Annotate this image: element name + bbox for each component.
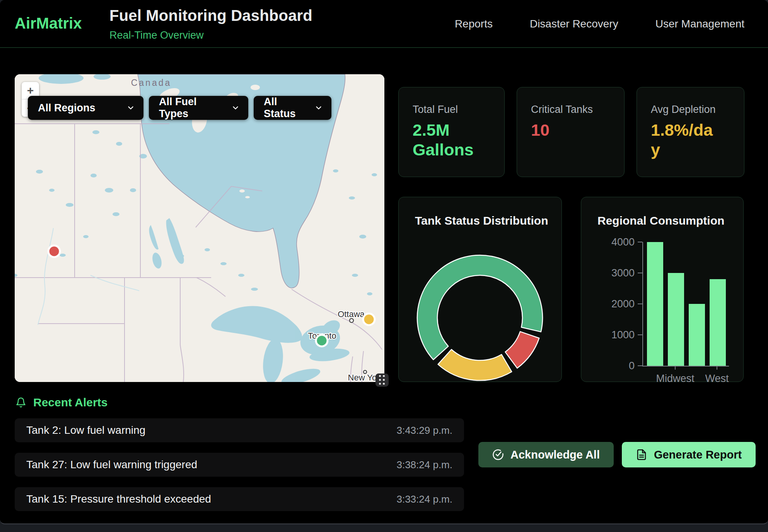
y-axis-tick-label: 0 xyxy=(592,360,635,372)
alert-timestamp: 3:43:29 p.m. xyxy=(396,425,452,437)
acknowledge-all-button[interactable]: Acknowledge All xyxy=(478,442,614,467)
y-axis-tick-label: 1000 xyxy=(592,329,635,341)
tank-status-donut-chart xyxy=(399,197,562,382)
page-subtitle: Real-Time Overview xyxy=(109,29,204,41)
bell-icon xyxy=(15,397,26,408)
generate-report-button[interactable]: Generate Report xyxy=(622,442,756,467)
app-window: AirMatrix Fuel Monitoring Dashboard Real… xyxy=(0,0,768,524)
map-canvas: Canada Ottawa Toronto New York xyxy=(15,74,384,382)
y-axis-tick xyxy=(638,304,642,304)
region-filter-select[interactable]: All Regions xyxy=(28,96,143,120)
alert-message: Tank 2: Low fuel warning xyxy=(26,424,145,437)
nav-disaster-recovery[interactable]: Disaster Recovery xyxy=(530,18,618,30)
status-filter-value: All Status xyxy=(264,96,307,120)
x-axis-tick xyxy=(717,366,717,370)
x-axis-tick-label: West xyxy=(705,373,729,385)
label-canada: Canada xyxy=(131,78,172,88)
donut-segment-critical xyxy=(505,332,539,368)
stat-card-total-fuel: Total Fuel 2.5M Gallons xyxy=(398,87,505,177)
tank-marker-normal[interactable] xyxy=(316,335,328,346)
alert-timestamp: 3:33:24 p.m. xyxy=(396,493,452,505)
x-axis-tick xyxy=(675,366,676,370)
page-title: Fuel Monitoring Dashboard xyxy=(109,7,312,24)
alerts-title: Recent Alerts xyxy=(33,396,108,409)
bar-chart-plot-area xyxy=(642,242,729,367)
y-axis-tick-label: 4000 xyxy=(592,236,635,248)
report-document-icon xyxy=(636,449,647,460)
bar-region-1 xyxy=(647,242,663,366)
y-axis-tick xyxy=(638,273,642,273)
y-axis-tick-label: 3000 xyxy=(592,267,635,279)
header: AirMatrix Fuel Monitoring Dashboard Real… xyxy=(0,0,768,48)
chevron-down-icon xyxy=(231,104,240,112)
stat-label: Total Fuel xyxy=(413,104,504,116)
stat-label: Avg Depletion xyxy=(651,104,744,116)
alert-message: Tank 15: Pressure threshold exceeded xyxy=(26,493,211,505)
brand-logo: AirMatrix xyxy=(15,15,82,32)
regional-consumption-bar-chart: 01000200030004000MidwestWest xyxy=(581,197,744,382)
y-axis-tick-label: 2000 xyxy=(592,298,635,310)
alert-row: Tank 27: Low fuel warning triggered 3:38… xyxy=(15,453,464,477)
tank-marker-critical[interactable] xyxy=(48,246,60,257)
stat-card-critical-tanks: Critical Tanks 10 xyxy=(517,87,625,177)
y-axis-tick xyxy=(638,242,642,242)
map-filters: All Regions All Fuel Types All Status xyxy=(28,96,331,120)
label-ottawa: Ottawa xyxy=(338,309,365,319)
nav-user-management[interactable]: User Management xyxy=(655,18,744,30)
stat-value: 2.5M Gallons xyxy=(413,120,480,159)
bar-Midwest xyxy=(668,273,684,366)
fuel-type-filter-select[interactable]: All Fuel Types xyxy=(149,96,248,120)
regional-consumption-chart-card: Regional Consumption 01000200030004000Mi… xyxy=(581,197,744,382)
alerts-header: Recent Alerts xyxy=(15,396,108,409)
nav-reports[interactable]: Reports xyxy=(455,18,493,30)
alert-row: Tank 2: Low fuel warning 3:43:29 p.m. xyxy=(15,418,464,442)
region-filter-value: All Regions xyxy=(38,102,96,114)
alert-message: Tank 27: Low fuel warning triggered xyxy=(26,459,197,471)
y-axis-tick xyxy=(638,365,642,366)
y-axis-tick xyxy=(638,334,642,335)
fuel-type-filter-value: All Fuel Types xyxy=(159,96,224,120)
generate-report-label: Generate Report xyxy=(654,448,742,461)
main-nav: Reports Disaster Recovery User Managemen… xyxy=(455,0,744,48)
donut-segment-warning xyxy=(438,350,512,380)
stat-value: 10 xyxy=(531,120,599,140)
tank-marker-warning[interactable] xyxy=(363,314,375,325)
tank-status-chart-card: Tank Status Distribution xyxy=(398,197,562,382)
stat-label: Critical Tanks xyxy=(531,104,624,116)
alert-timestamp: 3:38:24 p.m. xyxy=(396,459,452,471)
map-drag-handle[interactable] xyxy=(375,373,389,387)
acknowledge-all-label: Acknowledge All xyxy=(510,448,600,461)
chevron-down-icon xyxy=(314,104,323,112)
stat-card-avg-depletion: Avg Depletion 1.8%/day xyxy=(637,87,744,177)
stat-value: 1.8%/day xyxy=(651,120,719,159)
check-circle-icon xyxy=(492,449,504,460)
window-bottom-edge xyxy=(0,525,768,532)
fuel-map[interactable]: Canada Ottawa Toronto New York xyxy=(15,74,384,382)
x-axis-tick-label: Midwest xyxy=(656,373,694,385)
bar-West xyxy=(710,279,726,366)
bar-region-3 xyxy=(689,304,705,366)
alert-row: Tank 15: Pressure threshold exceeded 3:3… xyxy=(15,487,464,511)
chevron-down-icon xyxy=(126,104,135,112)
status-filter-select[interactable]: All Status xyxy=(254,96,331,120)
